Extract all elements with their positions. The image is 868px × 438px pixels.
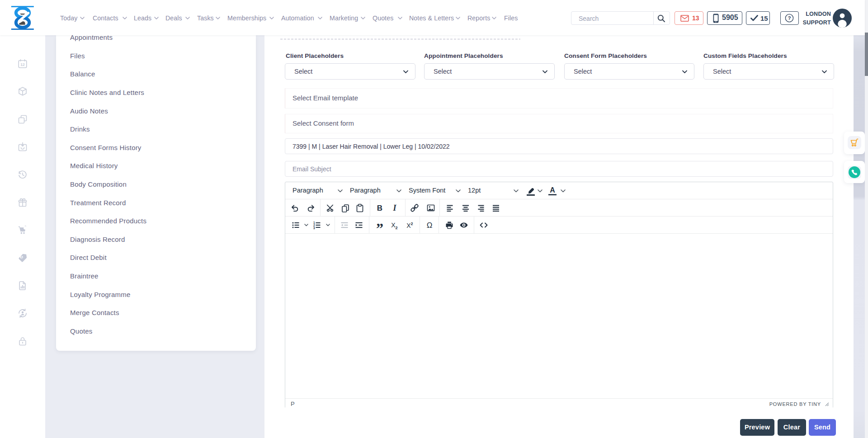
svg-text:3: 3 <box>313 226 315 230</box>
svg-text:2: 2 <box>395 226 397 230</box>
svg-text:”: ” <box>376 221 383 230</box>
svg-text:Ω: Ω <box>427 221 433 230</box>
svg-text:I: I <box>392 203 396 212</box>
svg-text:$: $ <box>21 255 23 259</box>
svg-text:12: 12 <box>20 62 25 67</box>
svg-text:B: B <box>377 204 382 212</box>
svg-text:A: A <box>550 186 555 194</box>
svg-text:2: 2 <box>410 221 413 226</box>
svg-text:?: ? <box>788 15 791 21</box>
